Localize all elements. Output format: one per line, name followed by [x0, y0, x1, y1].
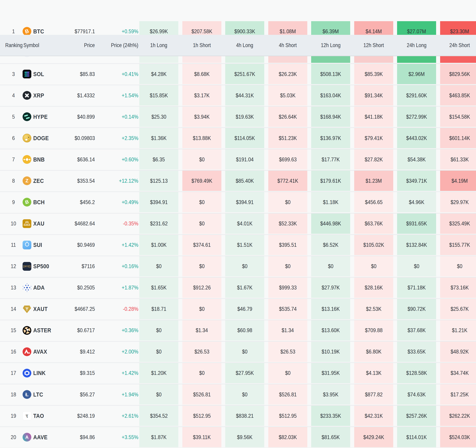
symbol-label: SP500	[33, 256, 52, 277]
price-change-24h: +0.60%	[105, 149, 138, 170]
liquidation-cell: $0	[139, 320, 178, 340]
row-divider	[0, 63, 476, 64]
table-row-aster[interactable]: 15ASTER$0.6717+0.36%$0$1.34$60.98$1.34$1…	[0, 320, 476, 341]
table-row-bch[interactable]: 9BBCH$456.2+0.49%$394.91$0$394.91$0$1.18…	[0, 192, 476, 213]
column-header-12h-long[interactable]: 12h Long	[311, 35, 350, 56]
price-change-24h: +0.36%	[105, 320, 138, 341]
column-header-price[interactable]: Price	[58, 35, 95, 56]
price-value: $85.83	[58, 63, 95, 85]
column-header-24h-short[interactable]: 24h Short	[440, 35, 476, 56]
table-row-link[interactable]: 17LINK$9.315+1.42%$1.20K$0$27.95K$0$31.9…	[0, 363, 476, 384]
liquidation-cell: $456.65	[354, 192, 393, 212]
liquidation-cell: $34.74K	[440, 363, 476, 383]
price-change-24h: +0.49%	[105, 192, 138, 213]
row-divider	[0, 298, 476, 299]
asset-icon-slot	[23, 149, 31, 170]
liquidation-cell: $0	[268, 256, 307, 277]
table-row-hype[interactable]: 5HYPE$40.899+0.14%$25.30$3.94K$19.63K$26…	[0, 106, 476, 127]
symbol-label: ZEC	[33, 170, 45, 192]
liquidation-cell: $13.88K	[182, 128, 221, 148]
column-header-symbol[interactable]: Symbol	[23, 35, 41, 56]
liquidation-cell: $19.63K	[225, 107, 264, 127]
liquidation-cell: $526.81	[268, 384, 307, 405]
symbol-label: HYPE	[33, 106, 50, 127]
table-row-tao[interactable]: 19τTAO$248.19+2.61%$354.52$512.95$838.21…	[0, 405, 476, 426]
liquidation-cell: $272.99K	[397, 107, 436, 127]
liquidation-cell: $394.91	[225, 192, 264, 212]
column-header-4h-short[interactable]: 4h Short	[268, 35, 307, 56]
table-row-sp500[interactable]: 12[XYZ]SP500$7116+0.16%$0$0$0$0$0$0$0$0	[0, 256, 476, 277]
liquidation-cell: $13.60K	[311, 320, 350, 340]
symbol-label: LINK	[33, 363, 47, 384]
price-value: $636.14	[58, 149, 95, 170]
liquidation-cell: $0	[440, 256, 476, 277]
liquidation-cell: $354.52	[139, 406, 178, 426]
row-divider	[0, 277, 476, 278]
liquidation-cell: $4.01K	[225, 214, 264, 234]
ranking-number: 10	[7, 213, 20, 234]
liquidation-cell: $0	[311, 256, 350, 277]
liquidation-cell: $0	[268, 192, 307, 212]
column-header-24h-long[interactable]: 24h Long	[397, 35, 436, 56]
price-value: $0.9469	[58, 234, 95, 256]
table-row-bnb[interactable]: 7BNB$636.14+0.60%$6.35$0$191.04$699.63$1…	[0, 149, 476, 170]
liquidation-cell: $443.02K	[397, 128, 436, 148]
asset-icon-slot: B	[23, 192, 31, 213]
row-divider	[0, 234, 476, 235]
table-row-avax[interactable]: 16AVAX$9.412+2.00%$0$26.53$0$26.53$10.19…	[0, 341, 476, 363]
liquidation-cell: $0	[182, 149, 221, 170]
price-change-24h: +2.35%	[105, 127, 138, 149]
liquidation-cell: $374.61	[182, 235, 221, 255]
liquidation-cell: $41.18K	[354, 107, 393, 127]
liquidation-cell: $0	[225, 342, 264, 362]
table-row-aave[interactable]: 20AAAVE$94.86+3.55%$1.87K$39.11K$9.56K$8…	[0, 426, 476, 448]
table-row-xrp[interactable]: 4XRP$1.4332+1.54%$15.85K$3.17K$44.31K$5.…	[0, 85, 476, 106]
liquidation-cell: $233.35K	[311, 406, 350, 426]
liquidation-cell: $79.41K	[354, 128, 393, 148]
column-header-ranking[interactable]: Ranking	[5, 35, 25, 56]
table-row-doge[interactable]: 6DOGE$0.09803+2.35%$1.36K$13.88K$114.05K…	[0, 127, 476, 149]
liquidation-cell: $125.13	[139, 171, 178, 191]
asset-icon-slot	[23, 127, 31, 149]
column-header-4h-long[interactable]: 4h Long	[225, 35, 264, 56]
row-divider	[0, 426, 476, 427]
asset-icon-slot	[23, 213, 31, 234]
liquidation-cell: $1.23M	[354, 171, 393, 191]
ltc-icon: Ł	[23, 390, 31, 399]
symbol-label: DOGE	[33, 127, 51, 149]
liquidation-cell: $0	[268, 363, 307, 383]
table-row-sol[interactable]: 3SOL$85.83+0.41%$4.28K$8.68K$251.67K$26.…	[0, 63, 476, 85]
table-row-ada[interactable]: 13ADA$0.2505+1.87%$1.65K$912.26$1.67K$99…	[0, 277, 476, 298]
price-value: $0.2505	[58, 277, 95, 298]
table-row-xau[interactable]: 10XAU$4682.64-0.35%$231.62$0$4.01K$52.33…	[0, 213, 476, 234]
asset-icon-slot: A	[23, 426, 31, 448]
liquidation-cell: $0	[182, 192, 221, 212]
liquidation-cell: $3.17K	[182, 85, 221, 106]
liquidation-cell: $829.56K	[440, 64, 476, 84]
table-row-xaut[interactable]: 14XAUT$4667.25-0.28%$18.71$0$46.79$535.7…	[0, 298, 476, 320]
column-header-1h-long[interactable]: 1h Long	[139, 35, 178, 56]
liquidation-cell: $877.82	[354, 384, 393, 405]
price-change-24h: +3.55%	[105, 426, 138, 448]
column-header-price-24h[interactable]: Price (24h%)	[105, 35, 138, 56]
liquidation-cell: $349.71K	[397, 171, 436, 191]
ranking-number: 18	[7, 384, 20, 405]
liquidation-cell: $2.96M	[397, 64, 436, 84]
liquidation-cell: $18.71	[139, 299, 178, 319]
liquidation-cell: $526.81	[182, 384, 221, 405]
liquidation-cell: $71.18K	[397, 278, 436, 298]
price-change-24h: +1.94%	[105, 384, 138, 405]
liquidation-cell: $27.82K	[354, 149, 393, 170]
column-header-1h-short[interactable]: 1h Short	[182, 35, 221, 56]
liquidation-cell: $838.21	[225, 406, 264, 426]
table-row-ltc[interactable]: 18ŁLTC$56.27+1.94%$0$526.81$0$526.81$3.9…	[0, 384, 476, 405]
table-row-zec[interactable]: 8ZZEC$353.54+12.12%$125.13$769.49K$85.40…	[0, 170, 476, 192]
price-change-24h: +1.42%	[105, 234, 138, 256]
liquidation-cell: $1.65K	[139, 278, 178, 298]
table-row-sui[interactable]: 11SUI$0.9469+1.42%$1.00K$374.61$1.51K$39…	[0, 234, 476, 256]
column-header-12h-short[interactable]: 12h Short	[354, 35, 393, 56]
liquidation-cell: $60.98	[225, 320, 264, 340]
ranking-number: 13	[7, 277, 20, 298]
liquidation-cell: $179.61K	[311, 171, 350, 191]
liquidation-cell: $81.65K	[311, 427, 350, 447]
